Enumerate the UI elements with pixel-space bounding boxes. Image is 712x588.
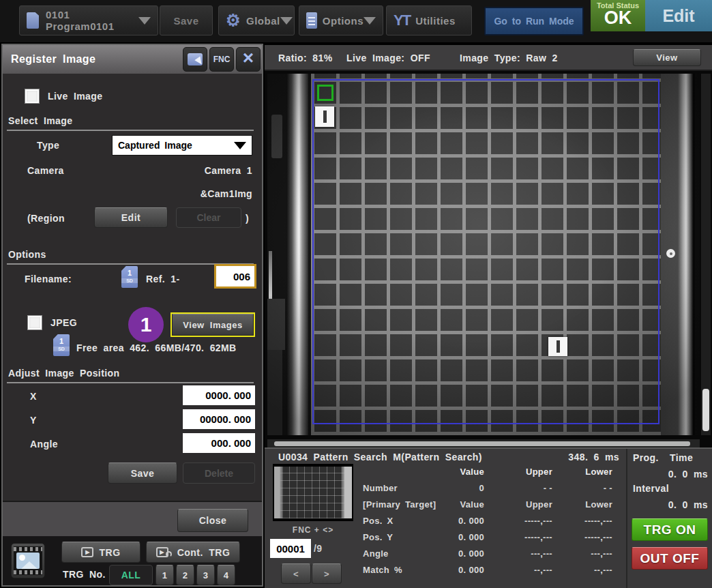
annotation-step-badge: 1 bbox=[128, 307, 164, 342]
result-thumbnail-frame[interactable] bbox=[273, 464, 353, 521]
program-name: 0101 Program0101 bbox=[46, 9, 138, 32]
y-input[interactable]: 00000. 000 bbox=[183, 409, 255, 429]
image-history-icon[interactable] bbox=[11, 543, 45, 578]
type-label: Type bbox=[37, 140, 59, 151]
result-thumbnail-image bbox=[274, 467, 352, 518]
save-button[interactable]: Save bbox=[160, 5, 213, 35]
image-viewer bbox=[265, 71, 712, 447]
region-suffix: ) bbox=[246, 213, 249, 224]
fnc-button[interactable]: FNC bbox=[209, 47, 234, 72]
top-toolbar: 0101 Program0101 Save ⚙ Global Options Y… bbox=[0, 0, 712, 42]
region-prefix: (Region bbox=[27, 213, 65, 224]
region-edit-label: Edit bbox=[121, 212, 140, 223]
delete-position-button[interactable]: Delete bbox=[183, 462, 255, 484]
global-menu-button[interactable]: ⚙ Global bbox=[218, 5, 295, 35]
jpeg-checkbox[interactable] bbox=[27, 315, 42, 330]
filename-ref-label: Ref. 1- bbox=[146, 274, 180, 284]
go-to-run-mode-button[interactable]: Go to Run Mode bbox=[484, 7, 584, 35]
table-row: Pos. Y 0. 000 -----,--- -----,--- bbox=[363, 532, 623, 542]
view-images-label: View Images bbox=[183, 320, 242, 330]
fnc-nav-label: FNC + <> bbox=[273, 525, 353, 535]
global-label: Global bbox=[246, 15, 280, 27]
trg-2-button[interactable]: 2 bbox=[176, 565, 194, 585]
repeat-icon bbox=[166, 551, 172, 557]
header-upper: Upper bbox=[484, 467, 552, 477]
frame-number-input[interactable]: 00001 bbox=[270, 539, 311, 558]
trg-all-button[interactable]: ALL bbox=[109, 565, 153, 585]
total-status-value: OK bbox=[591, 10, 645, 26]
trg-button[interactable]: ▶ TRG bbox=[61, 542, 140, 563]
trg-4-button[interactable]: 4 bbox=[217, 565, 235, 585]
vertical-scrollbar[interactable] bbox=[701, 74, 711, 435]
live-image-checkbox[interactable] bbox=[25, 89, 40, 104]
program-selector[interactable]: 0101 Program0101 bbox=[19, 5, 158, 35]
viewer-info-bar: Ratio: 81% Live Image: OFF Image Type: R… bbox=[265, 45, 712, 71]
trg-1-button[interactable]: 1 bbox=[155, 565, 174, 585]
view-button[interactable]: View bbox=[633, 49, 701, 66]
ratio-text: Ratio: 81% bbox=[278, 53, 333, 63]
touch-panel-button[interactable] bbox=[183, 47, 207, 72]
close-button[interactable]: Close bbox=[177, 509, 248, 532]
next-label: > bbox=[324, 569, 329, 579]
sd-card-icon: 1 SD bbox=[121, 266, 138, 288]
x-input[interactable]: 0000. 000 bbox=[183, 385, 255, 405]
view-label: View bbox=[656, 53, 677, 63]
type-value: Captured Image bbox=[118, 140, 234, 151]
select-image-heading: Select Image bbox=[8, 115, 72, 126]
cont-trg-label: Cont. TRG bbox=[177, 547, 231, 558]
filename-number-input[interactable]: 006 bbox=[216, 266, 254, 286]
chevron-down-icon bbox=[234, 142, 246, 149]
prog-time-label: Prog. Time bbox=[633, 452, 693, 463]
table-row: Pos. X 0. 000 -----,--- -----,--- bbox=[363, 516, 623, 526]
utilities-button[interactable]: YT Utilities bbox=[386, 5, 472, 35]
position-marker[interactable] bbox=[315, 106, 334, 127]
utilities-label: Utilities bbox=[415, 15, 456, 27]
horizontal-scrollbar-thumb[interactable] bbox=[274, 441, 690, 446]
status-column: Prog. Time 0. 0 ms Interval 0. 0 ms TRG … bbox=[627, 449, 712, 588]
view-images-highlight: View Images bbox=[170, 312, 255, 337]
chevron-down-icon bbox=[364, 17, 376, 25]
live-image-status: Live Image: OFF bbox=[346, 53, 430, 63]
options-menu-button[interactable]: Options bbox=[299, 5, 383, 35]
options-doc-icon bbox=[306, 12, 317, 29]
horizontal-scrollbar[interactable] bbox=[267, 439, 700, 447]
register-image-panel: Register Image FNC × Live Image Select I… bbox=[1, 44, 263, 587]
table-row: Match % 0. 000 --,--- --,--- bbox=[363, 565, 623, 575]
y-label: Y bbox=[30, 415, 37, 426]
process-time: 348. 6 ms bbox=[568, 452, 619, 462]
trg-on-button[interactable]: TRG ON bbox=[632, 518, 708, 541]
out-off-button[interactable]: OUT OFF bbox=[632, 547, 708, 570]
pattern-region-rect bbox=[317, 85, 333, 101]
edit-mode-button[interactable]: Edit bbox=[645, 0, 712, 31]
save-position-button[interactable]: Save bbox=[108, 462, 177, 484]
angle-input[interactable]: 000. 000 bbox=[183, 433, 255, 453]
type-dropdown[interactable]: Captured Image bbox=[112, 135, 252, 156]
section-divider bbox=[7, 382, 254, 383]
trg-label: TRG bbox=[99, 547, 120, 558]
save-label: Save bbox=[173, 15, 198, 27]
chevron-down-icon bbox=[138, 17, 151, 25]
next-frame-button[interactable]: > bbox=[312, 563, 342, 584]
region-clear-button[interactable]: Clear bbox=[176, 207, 241, 228]
interval-value: 0. 0 ms bbox=[668, 499, 708, 510]
trg-1-label: 1 bbox=[162, 570, 168, 580]
position-marker[interactable] bbox=[548, 337, 567, 356]
trg-2-label: 2 bbox=[183, 570, 188, 580]
panel-header: Register Image FNC × bbox=[3, 45, 262, 74]
close-panel-button[interactable]: × bbox=[236, 47, 261, 72]
trg-on-label: TRG ON bbox=[644, 523, 696, 538]
trg-4-label: 4 bbox=[224, 570, 229, 580]
table-header-row: Value Upper Lower bbox=[363, 467, 623, 477]
close-icon: × bbox=[243, 47, 254, 69]
trg-3-button[interactable]: 3 bbox=[196, 565, 215, 585]
vertical-scrollbar-thumb[interactable] bbox=[702, 389, 709, 431]
delete-position-label: Delete bbox=[205, 468, 233, 479]
prev-frame-button[interactable]: < bbox=[281, 563, 311, 584]
cont-trg-button[interactable]: ▶ Cont. TRG bbox=[146, 542, 240, 563]
camera-variable: &Cam1Img bbox=[201, 188, 252, 199]
close-label: Close bbox=[199, 515, 227, 526]
play-icon: ▶ bbox=[81, 547, 93, 557]
drag-handle-dot[interactable] bbox=[666, 249, 675, 258]
region-edit-button[interactable]: Edit bbox=[94, 207, 168, 228]
view-images-button[interactable]: View Images bbox=[172, 314, 254, 336]
